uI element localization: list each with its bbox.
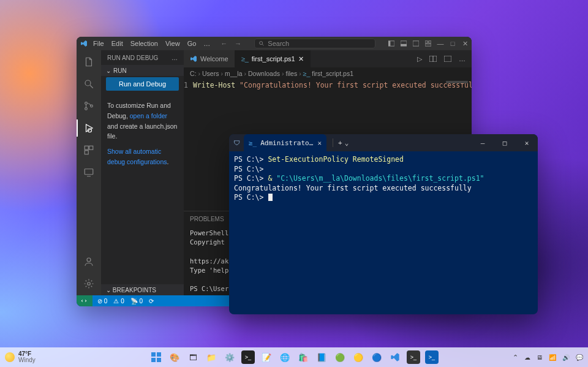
sidebar-show-configs: Show all automatic debug configurations. <box>101 146 184 172</box>
powershell-file-icon: ≥_ <box>303 70 311 77</box>
run-and-debug-button[interactable]: Run and Debug <box>106 77 179 91</box>
editor-more-icon[interactable]: … <box>459 55 466 62</box>
tray-volume-icon[interactable]: 🔊 <box>562 354 570 361</box>
window-close[interactable]: ✕ <box>462 40 468 47</box>
admin-shield-icon: 🛡 <box>229 139 244 147</box>
tab-close-icon[interactable]: ✕ <box>298 55 304 63</box>
start-button[interactable] <box>149 350 163 364</box>
tab-close-icon[interactable]: ✕ <box>317 139 322 147</box>
taskbar-cmd-icon[interactable]: >_ <box>241 350 255 364</box>
svg-rect-6 <box>413 41 419 46</box>
taskbar-settings-icon[interactable]: ⚙️ <box>223 350 236 364</box>
powershell-file-icon: ≥_ <box>241 55 249 62</box>
tray-monitor-icon[interactable]: 🖥 <box>537 354 543 361</box>
svg-rect-30 <box>157 358 161 362</box>
window-minimize[interactable]: — <box>437 40 443 47</box>
taskbar-vscode-icon[interactable] <box>388 350 402 364</box>
menu-more[interactable]: … <box>203 40 210 47</box>
taskbar-browser2-icon[interactable]: 🟡 <box>352 350 365 364</box>
svg-rect-26 <box>444 56 451 62</box>
activity-sourcecontrol-icon[interactable] <box>82 99 96 113</box>
terminal-body[interactable]: PS C:\> Set-ExecutionPolicy RemoteSigned… <box>229 151 538 314</box>
window-maximize[interactable]: □ <box>494 134 516 151</box>
taskbar-store-icon[interactable]: 🛍️ <box>296 350 310 364</box>
tray-notifications-icon[interactable]: 💬 <box>576 354 583 361</box>
taskbar-app-icon[interactable]: 📝 <box>260 350 273 364</box>
status-ports[interactable]: 📡 0 <box>130 298 143 305</box>
split-editor-icon[interactable] <box>429 56 437 62</box>
activity-extensions-icon[interactable] <box>82 143 96 157</box>
taskbar-terminal-icon[interactable]: >_ <box>407 350 420 364</box>
tab-first-script[interactable]: ≥_ first_script.ps1 ✕ <box>235 50 311 67</box>
show-debug-configs-link[interactable]: Show all automatic debug configurations <box>107 148 167 165</box>
layout-right-icon[interactable] <box>413 40 419 47</box>
open-folder-link[interactable]: open a folder <box>130 112 167 119</box>
nav-back-icon[interactable]: ← <box>221 40 227 47</box>
run-file-icon[interactable]: ▷ <box>417 55 422 63</box>
customize-layout-icon[interactable] <box>425 40 431 47</box>
svg-rect-18 <box>89 146 93 149</box>
minimap[interactable] <box>446 81 468 83</box>
nav-fwd-icon[interactable]: → <box>235 40 241 47</box>
layout-left-icon[interactable] <box>388 40 394 47</box>
section-run[interactable]: ⌄ RUN <box>101 65 184 76</box>
new-tab-button[interactable]: + <box>338 139 342 147</box>
search-placeholder: Search <box>268 40 289 47</box>
svg-rect-27 <box>151 352 156 357</box>
tray-network-icon[interactable]: 📶 <box>549 354 556 361</box>
activity-settings-icon[interactable] <box>82 277 96 290</box>
section-breakpoints-label: BREAKPOINTS <box>113 287 156 293</box>
svg-rect-9 <box>425 44 431 46</box>
taskbar-edge-icon[interactable]: 🌐 <box>278 350 292 364</box>
taskbar-explorer-icon[interactable]: 📁 <box>205 350 218 364</box>
sidebar-help-text: To customize Run and Debug, open a folde… <box>101 96 184 146</box>
activity-run-debug-icon[interactable] <box>82 121 96 135</box>
menu-view[interactable]: View <box>165 40 180 47</box>
tray-onedrive-icon[interactable]: ☁ <box>524 354 530 361</box>
taskbar-weather[interactable]: 47°F Windy <box>5 351 36 364</box>
sidebar-more-icon[interactable]: … <box>172 55 178 61</box>
breadcrumb[interactable]: C:› Users› m__la› Downloads› files› ≥_ f… <box>184 67 472 80</box>
layout-bottom-icon[interactable] <box>401 40 407 47</box>
menu-edit[interactable]: Edit <box>111 40 123 47</box>
tab-welcome[interactable]: Welcome <box>184 50 235 67</box>
taskbar-chrome-icon[interactable]: 🔵 <box>370 350 383 364</box>
command-center[interactable]: Search <box>254 39 375 48</box>
activity-remote-icon[interactable] <box>82 165 96 179</box>
svg-line-11 <box>90 85 93 88</box>
vscode-logo-icon <box>80 40 88 47</box>
activity-explorer-icon[interactable] <box>82 55 96 69</box>
taskbar-browser1-icon[interactable]: 🟢 <box>333 350 347 364</box>
remote-indicator[interactable] <box>77 295 92 306</box>
menu-file[interactable]: File <box>93 40 104 47</box>
taskbar-pinned-apps: 🎨 🗔 📁 ⚙️ >_ 📝 🌐 🛍️ 📘 🟢 🟡 🔵 >_ >_ <box>149 350 439 364</box>
window-close[interactable]: ✕ <box>516 134 538 151</box>
editor-layout-icon[interactable] <box>444 56 451 62</box>
menu-go[interactable]: Go <box>187 40 197 47</box>
panel-tab-problems[interactable]: PROBLEMS <box>190 216 224 222</box>
taskbar-taskview-icon[interactable]: 🗔 <box>186 350 200 364</box>
editor-tabbar: Welcome ≥_ first_script.ps1 ✕ ▷ … <box>184 50 472 67</box>
search-icon <box>258 40 265 47</box>
weather-icon <box>5 352 15 362</box>
svg-line-1 <box>263 44 264 45</box>
taskbar-powershell-icon[interactable]: >_ <box>425 350 439 364</box>
status-errors[interactable]: ⊘ 0 <box>97 298 107 305</box>
terminal-titlebar: 🛡 ≥_ Administrator: Windows PowerShell ✕… <box>229 134 538 151</box>
status-debug-icon[interactable]: ⟳ <box>149 298 154 305</box>
tray-overflow-icon[interactable]: ⌃ <box>513 354 518 361</box>
svg-rect-19 <box>85 151 88 154</box>
activity-search-icon[interactable] <box>82 77 96 91</box>
terminal-tab[interactable]: ≥_ Administrator: Windows PowerShell ✕ <box>244 134 326 151</box>
taskbar-copilot-icon[interactable]: 🎨 <box>168 350 181 364</box>
svg-rect-8 <box>429 41 431 43</box>
svg-rect-3 <box>388 41 390 46</box>
window-minimize[interactable]: — <box>472 134 494 151</box>
new-tab-dropdown-icon[interactable]: ⌄ <box>345 139 349 147</box>
activity-account-icon[interactable] <box>82 255 96 268</box>
window-maximize[interactable]: □ <box>450 40 456 47</box>
taskbar-app2-icon[interactable]: 📘 <box>315 350 328 364</box>
status-warnings[interactable]: ⚠ 0 <box>113 298 124 305</box>
menu-selection[interactable]: Selection <box>130 40 158 47</box>
section-breakpoints[interactable]: ⌄ BREAKPOINTS <box>101 284 184 295</box>
